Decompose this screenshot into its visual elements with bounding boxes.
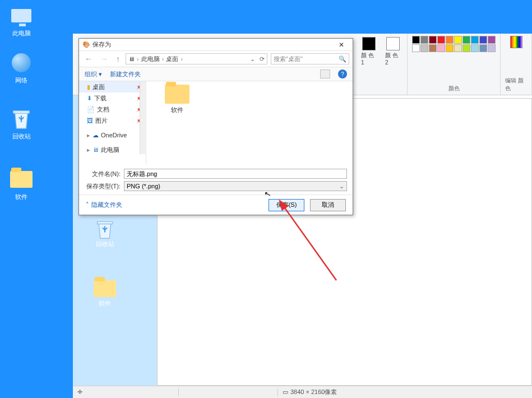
color-swatch[interactable] <box>454 36 462 44</box>
folder-icon: ▮ <box>87 84 90 91</box>
dimensions-icon: ▭ <box>283 388 288 396</box>
breadcrumb[interactable]: 🖥 › 此电脑 › 桌面 › ⌄ ⟳ <box>126 53 267 64</box>
download-icon: ⬇ <box>87 95 92 102</box>
nav-back-button[interactable]: ← <box>82 54 95 63</box>
chevron-down-icon[interactable]: ⌄ <box>250 55 255 63</box>
color-swatch[interactable] <box>429 36 437 44</box>
dialog-bottom: ˄ 隐藏文件夹 保存(S) 取消 <box>79 195 353 215</box>
color-swatch[interactable] <box>412 36 420 44</box>
color-swatch[interactable] <box>429 44 437 52</box>
dialog-title: 保存为 <box>92 40 111 49</box>
monitor-icon: 🖥 <box>128 55 135 62</box>
file-list[interactable]: 软件 <box>146 81 353 164</box>
color-swatch[interactable] <box>479 44 487 52</box>
color-swatch[interactable] <box>479 36 487 44</box>
tree-documents[interactable]: 📄 文档 📌 <box>79 104 146 115</box>
color-swatch[interactable] <box>420 36 428 44</box>
canvas-software-icon[interactable]: 软件 <box>85 280 124 308</box>
dialog-titlebar[interactable]: 🎨 保存为 ✕ <box>79 39 353 51</box>
newfolder-button[interactable]: 新建文件夹 <box>110 70 141 78</box>
view-dropdown[interactable] <box>320 70 330 78</box>
file-item-software[interactable]: 软件 <box>158 85 197 114</box>
color-swatch[interactable] <box>437 36 445 44</box>
color-swatch[interactable] <box>446 44 454 52</box>
color-swatch[interactable] <box>420 44 428 52</box>
color-palette[interactable] <box>412 36 496 52</box>
folder-tree[interactable]: ▮ 桌面 📌 ⬇ 下载 📌 📄 文档 📌 🖼 图片 📌 ▸ <box>79 81 146 164</box>
globe-icon <box>10 52 33 74</box>
chevron-up-icon: ˄ <box>86 201 89 209</box>
status-coordinates: ✛ <box>73 388 174 396</box>
desktop-label: 回收站 <box>4 132 38 141</box>
pictures-icon: 🖼 <box>87 117 93 124</box>
cancel-button[interactable]: 取消 <box>310 199 346 211</box>
saveas-dialog: 🎨 保存为 ✕ ← → ↑ 🖥 › 此电脑 › 桌面 › ⌄ ⟳ 搜索"桌面" … <box>78 38 353 215</box>
color-swatch[interactable] <box>488 44 496 52</box>
color-swatch[interactable] <box>446 36 454 44</box>
desktop-icon-software[interactable]: 软件 <box>4 168 38 201</box>
color-swatch[interactable] <box>471 36 479 44</box>
search-input[interactable]: 搜索"桌面" 🔍 <box>271 53 349 64</box>
canvas-recycle-icon[interactable]: 回收站 <box>85 219 124 248</box>
crosshair-icon: ✛ <box>77 388 82 396</box>
dialog-fields: 文件名(N): 无标题.png 保存类型(T): PNG (*.png)⌄ <box>79 164 353 195</box>
color-swatch[interactable] <box>437 44 445 52</box>
dialog-toolbar: 组织 ▾ 新建文件夹 ? <box>79 67 353 81</box>
organize-dropdown[interactable]: 组织 ▾ <box>85 70 102 78</box>
recycle-icon <box>95 219 114 240</box>
tree-scrollbar[interactable] <box>140 82 146 154</box>
desktop-label: 软件 <box>4 193 38 201</box>
desktop-icon-network[interactable]: 网络 <box>4 52 38 85</box>
expand-icon[interactable]: ▸ <box>87 132 90 139</box>
desktop-icon-recycle[interactable]: 回收站 <box>4 108 38 141</box>
paint-app-icon: 🎨 <box>82 41 90 48</box>
color-swatch[interactable] <box>488 36 496 44</box>
tree-desktop[interactable]: ▮ 桌面 📌 <box>79 81 146 92</box>
folder-icon <box>165 85 189 104</box>
document-icon: 📄 <box>87 106 95 113</box>
recycle-icon <box>10 108 33 130</box>
color-swatch[interactable] <box>454 44 462 52</box>
desktop-icon-thispc[interactable]: 此电脑 <box>4 4 38 38</box>
nav-up-button[interactable]: ↑ <box>114 54 122 63</box>
filename-label: 文件名(N): <box>85 170 121 178</box>
help-button[interactable]: ? <box>338 70 347 78</box>
color-swatch[interactable] <box>471 44 479 52</box>
nav-forward-button[interactable]: → <box>98 54 110 63</box>
filetype-select[interactable]: PNG (*.png)⌄ <box>124 181 347 191</box>
dialog-nav: ← → ↑ 🖥 › 此电脑 › 桌面 › ⌄ ⟳ 搜索"桌面" 🔍 <box>79 51 353 67</box>
status-dimensions: ▭ 3840 × 2160像素 <box>283 388 337 396</box>
filetype-label: 保存类型(T): <box>85 182 121 191</box>
desktop-label: 网络 <box>4 76 38 85</box>
expand-icon[interactable]: ▸ <box>87 146 90 154</box>
edit-colors-button[interactable]: 编辑 颜色 <box>501 34 532 95</box>
color-swatch[interactable] <box>412 44 420 52</box>
tree-downloads[interactable]: ⬇ 下载 📌 <box>79 92 146 104</box>
close-button[interactable]: ✕ <box>334 41 349 49</box>
tree-thispc[interactable]: ▸ 🖥 此电脑 <box>79 144 146 155</box>
folder-icon <box>94 280 116 297</box>
cloud-icon: ☁ <box>92 132 99 139</box>
color1-button[interactable]: 颜 色 1 <box>359 36 378 67</box>
filename-input[interactable]: 无标题.png <box>124 169 347 179</box>
search-icon: 🔍 <box>339 55 346 63</box>
save-button[interactable]: 保存(S) <box>269 199 304 211</box>
hide-folders-link[interactable]: ˄ 隐藏文件夹 <box>86 201 122 209</box>
monitor-icon <box>10 4 33 27</box>
color2-button[interactable]: 颜 色 2 <box>383 36 403 67</box>
tree-pictures[interactable]: 🖼 图片 📌 <box>79 115 146 126</box>
color-swatch[interactable] <box>462 44 470 52</box>
color-swatch[interactable] <box>462 36 470 44</box>
refresh-icon[interactable]: ⟳ <box>260 55 265 63</box>
paint-status-bar: ✛ ▭ 3840 × 2160像素 <box>73 386 532 398</box>
tree-onedrive[interactable]: ▸ ☁ OneDrive <box>79 129 146 141</box>
ribbon-color-btns: 颜 色 1 颜 色 2 <box>354 34 408 95</box>
ribbon-colors-group: 颜色 <box>408 34 501 95</box>
folder-icon <box>10 168 33 191</box>
desktop-label: 此电脑 <box>4 29 38 38</box>
colors-label: 颜色 <box>448 85 460 92</box>
monitor-icon: 🖥 <box>92 146 99 153</box>
